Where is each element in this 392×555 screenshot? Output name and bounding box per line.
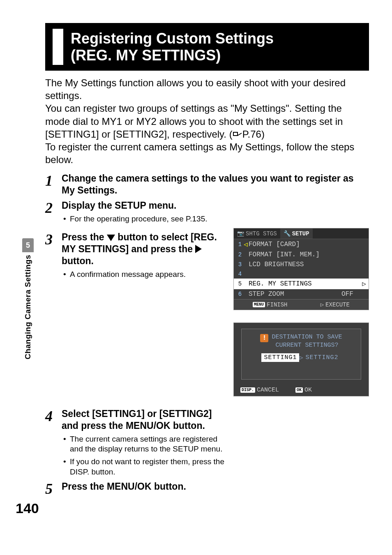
down-arrow-icon <box>107 235 115 241</box>
confirm-line-1: DESTINATION TO SAVE <box>272 334 342 341</box>
lcd-list-item: 1◁FORMAT [CARD] <box>234 239 369 250</box>
lcd-tab-setup: 🔧SETUP <box>280 228 313 239</box>
step-title: Change the camera settings to the values… <box>62 173 369 196</box>
confirm-ok: OKOK <box>295 387 312 394</box>
step-5: 5 Press the MENU/OK button. <box>45 481 369 496</box>
execute-arrow-icon: ▷ <box>321 301 324 308</box>
lcd-tab-shtg: 📷SHTG STGS <box>234 228 280 239</box>
lcd-item-num: 5 <box>236 281 244 287</box>
heading-accent <box>53 29 63 65</box>
confirm-footer: DISP.CANCEL OKOK <box>234 384 369 396</box>
ok-label: OK <box>304 387 312 394</box>
warning-icon: ! <box>260 334 268 342</box>
right-arrow-icon <box>195 245 202 253</box>
lcd-list-item: 3LCD BRIGHTNESS <box>234 260 369 269</box>
step-number: 5 <box>45 481 62 496</box>
chapter-title: Changing Camera Settings <box>23 255 32 359</box>
lcd-finish-label: FINISH <box>267 302 287 308</box>
confirm-screenshot: ! DESTINATION TO SAVE CURRENT SETTINGS? … <box>233 322 369 396</box>
step-sub: For the operating procedure, see P.135. <box>62 214 369 224</box>
step-title: Select [SETTING1] or [SETTING2] and pres… <box>62 408 225 432</box>
intro-text: The My Settings function allows you to e… <box>45 76 369 166</box>
step-title: Display the SETUP menu. <box>62 200 369 212</box>
lcd-footer: MENUFINISH ▷EXECUTE <box>234 299 369 310</box>
lcd-finish: MENUFINISH <box>253 301 287 308</box>
step-1: 1 Change the camera settings to the valu… <box>45 173 369 196</box>
lcd-tabs: 📷SHTG STGS 🔧SETUP <box>234 228 369 239</box>
lcd-list-item: 2FORMAT [INT. MEM.] <box>234 250 369 260</box>
lcd-item-arrow-icon: ▷ <box>362 280 366 288</box>
heading-line-2: (REG. MY SETTINGS) <box>71 47 221 64</box>
option-setting2: SETTING2 <box>303 353 341 362</box>
confirm-cancel: DISP.CANCEL <box>240 387 279 394</box>
step-sub: The current camera settings are register… <box>62 434 225 454</box>
intro-p3: To register the current camera settings … <box>45 140 369 166</box>
step-3-row: 3 Press the button to select [REG. MY SE… <box>45 228 369 396</box>
step-sub: If you do not want to register them, pre… <box>62 457 225 477</box>
intro-p1: The My Settings function allows you to e… <box>45 76 369 102</box>
chapter-number: 5 <box>22 238 34 252</box>
lcd-item-num: 2 <box>236 251 244 258</box>
step-number: 1 <box>45 173 62 188</box>
ok-badge: OK <box>295 387 303 393</box>
confirm-line-2: CURRENT SETTINGS? <box>275 342 338 349</box>
lcd-item-num: 4 <box>236 271 244 277</box>
camera-icon: 📷 <box>237 230 244 237</box>
lcd-list-item: 6STEP ZOOMOFF <box>234 289 369 299</box>
menu-badge: MENU <box>253 302 265 307</box>
lcd-item-num: 6 <box>236 291 244 297</box>
lcd-list-item: 5REG. MY SETTINGS▷ <box>234 279 369 289</box>
lcd-item-label: LCD BRIGHTNESS <box>249 261 341 268</box>
heading-line-1: Registering Custom Settings <box>71 30 274 47</box>
step-2: 2 Display the SETUP menu. For the operat… <box>45 200 369 224</box>
intro-p2b: P.76) <box>242 129 265 140</box>
intro-p2a: You can register two groups of settings … <box>45 103 343 139</box>
lcd-item-label: REG. MY SETTINGS <box>249 280 337 288</box>
setup-menu-screenshot: 📷SHTG STGS 🔧SETUP 1◁FORMAT [CARD]2FORMAT… <box>233 228 369 310</box>
heading-text: Registering Custom Settings (REG. MY SET… <box>71 30 274 64</box>
lcd-item-label: STEP ZOOM <box>249 290 341 298</box>
step-title: Press the MENU/OK button. <box>62 481 369 493</box>
chapter-tab: 5 Changing Camera Settings <box>16 238 40 359</box>
lcd-item-value: OFF <box>341 290 366 298</box>
confirm-message: DESTINATION TO SAVE CURRENT SETTINGS? <box>272 333 342 349</box>
lcd-list: 1◁FORMAT [CARD]2FORMAT [INT. MEM.]3LCD B… <box>234 239 369 299</box>
lcd-item-label: FORMAT [INT. MEM.] <box>249 251 341 258</box>
manual-page: 5 Changing Camera Settings 140 Registeri… <box>0 0 392 555</box>
step-sub: A confirmation message appears. <box>62 269 225 280</box>
lcd-tab-label: SETUP <box>292 230 309 237</box>
lcd-list-item: 4 <box>234 269 369 279</box>
wrench-icon: 🔧 <box>284 230 291 237</box>
page-number: 140 <box>16 500 39 516</box>
intro-p2: You can register two groups of settings … <box>45 102 369 140</box>
lcd-execute-label: EXECUTE <box>325 302 350 308</box>
step3-text-c: button. <box>62 256 94 266</box>
lcd-execute: ▷EXECUTE <box>321 301 350 308</box>
step3-text-a: Press the <box>62 232 107 242</box>
step-4-row: 4 Select [SETTING1] or [SETTING2] and pr… <box>45 405 369 477</box>
cancel-label: CANCEL <box>257 387 279 394</box>
confirm-options: SETTING1▷SETTING2 <box>261 353 341 362</box>
steps-list: 1 Change the camera settings to the valu… <box>45 173 369 496</box>
step-3: 3 Press the button to select [REG. MY SE… <box>45 231 225 279</box>
step-number: 4 <box>45 409 62 424</box>
step-number: 2 <box>45 200 62 215</box>
option-sep: ▷ <box>299 354 303 362</box>
option-setting1: SETTING1 <box>261 353 299 362</box>
step-title: Press the button to select [REG. MY SETT… <box>62 231 225 267</box>
lcd-item-num: 1 <box>236 241 244 248</box>
disp-badge: DISP. <box>240 387 255 393</box>
step-number: 3 <box>45 232 62 247</box>
section-heading: Registering Custom Settings (REG. MY SET… <box>45 23 369 71</box>
lcd-cursor-icon: ◁ <box>244 240 249 249</box>
lcd-tab-label: SHTG STGS <box>246 230 277 237</box>
lcd-item-label: FORMAT [CARD] <box>249 241 341 248</box>
step-4: 4 Select [SETTING1] or [SETTING2] and pr… <box>45 408 225 477</box>
reference-icon <box>233 131 242 139</box>
confirm-dialog: ! DESTINATION TO SAVE CURRENT SETTINGS? … <box>241 329 361 380</box>
lcd-item-num: 3 <box>236 261 244 268</box>
